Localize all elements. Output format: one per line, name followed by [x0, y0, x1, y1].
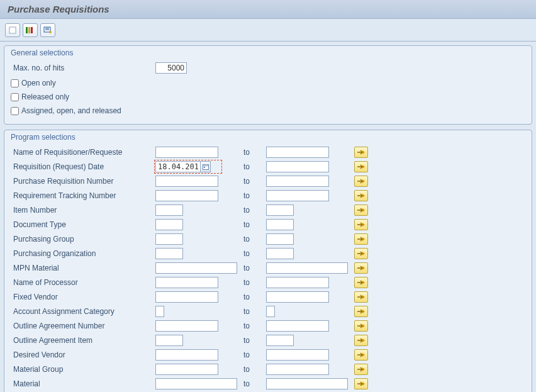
- track_no-from-input[interactable]: [155, 190, 218, 201]
- purch_org-to-input[interactable]: [266, 248, 294, 259]
- released-only-checkbox[interactable]: [11, 93, 19, 101]
- track_no-label: Requirement Tracking Number: [11, 191, 155, 200]
- purch_org-from-cell: [155, 248, 243, 259]
- material-from-input[interactable]: [155, 378, 237, 389]
- to-label: to: [243, 148, 266, 157]
- calendar-icon[interactable]: [201, 161, 211, 172]
- outline_agr_it-from-cell: [155, 335, 243, 346]
- doc_type-from-cell: [155, 219, 243, 230]
- assigned-label: Assigned, open, and released: [21, 106, 121, 115]
- svg-rect-3: [31, 27, 33, 33]
- requisitioner-from-input[interactable]: [155, 147, 218, 158]
- multiple-selection-button[interactable]: [354, 190, 368, 201]
- purch_group-from-cell: [155, 233, 243, 245]
- desired_vendor-to-cell: [266, 349, 354, 361]
- doc_type-to-input[interactable]: [266, 219, 294, 230]
- fixed_vendor-from-input[interactable]: [155, 291, 218, 303]
- released-only-row: Released only: [11, 90, 525, 104]
- mpn_material-multi-cell: [354, 262, 386, 274]
- item_no-from-input[interactable]: [155, 204, 183, 216]
- selection-row-acct_assign: Account Assignment Categoryto: [11, 305, 525, 318]
- multiple-selection-button[interactable]: [354, 349, 368, 361]
- outline_agr_no-from-input[interactable]: [155, 320, 218, 332]
- svg-point-7: [49, 31, 52, 33]
- multiple-selection-button[interactable]: [354, 335, 368, 346]
- purch_org-from-input[interactable]: [155, 248, 183, 259]
- multiple-selection-button[interactable]: [354, 262, 368, 274]
- item_no-multi-cell: [354, 204, 386, 216]
- multiple-selection-button[interactable]: [354, 248, 368, 259]
- multiple-selection-button[interactable]: [354, 378, 368, 389]
- fixed_vendor-to-input[interactable]: [266, 291, 329, 303]
- processor-to-input[interactable]: [266, 277, 329, 288]
- multiple-selection-button[interactable]: [354, 364, 368, 375]
- purch_group-from-input[interactable]: [155, 233, 183, 245]
- pr_number-to-cell: [266, 176, 354, 187]
- outline_agr_it-to-input[interactable]: [266, 335, 294, 346]
- to-label: to: [243, 278, 266, 287]
- selection-row-fixed_vendor: Fixed Vendorto: [11, 290, 525, 304]
- multiple-selection-button[interactable]: [354, 291, 368, 303]
- multiple-selection-button[interactable]: [354, 320, 368, 332]
- material-label: Material: [11, 379, 155, 388]
- multiple-selection-button[interactable]: [354, 306, 368, 317]
- open-only-label: Open only: [21, 79, 56, 87]
- page-title: Purchase Requisitions: [8, 4, 109, 14]
- outline_agr_it-from-input[interactable]: [155, 335, 183, 346]
- desired_vendor-label: Desired Vendor: [11, 350, 155, 359]
- multiple-selection-button[interactable]: [354, 204, 368, 216]
- req_date-from-input[interactable]: [155, 161, 201, 172]
- item_no-to-input[interactable]: [266, 204, 294, 216]
- to-label: to: [243, 206, 266, 215]
- desired_vendor-from-input[interactable]: [155, 349, 218, 361]
- multiple-selection-button[interactable]: [354, 176, 368, 187]
- multiple-selection-button[interactable]: [354, 161, 368, 172]
- pr_number-to-input[interactable]: [266, 176, 329, 187]
- assigned-checkbox[interactable]: [11, 107, 19, 115]
- get-variant-button[interactable]: [23, 23, 38, 37]
- track_no-multi-cell: [354, 190, 386, 201]
- outline_agr_it-to-cell: [266, 335, 354, 346]
- pr_number-from-input[interactable]: [155, 176, 218, 187]
- material-from-cell: [155, 378, 243, 389]
- multiple-selection-button[interactable]: [354, 277, 368, 288]
- processor-from-input[interactable]: [155, 277, 218, 288]
- doc_type-to-cell: [266, 219, 354, 230]
- desired_vendor-to-input[interactable]: [266, 349, 329, 361]
- material_group-from-input[interactable]: [155, 364, 218, 375]
- purch_org-label: Purchasing Organization: [11, 249, 155, 258]
- program-selections-group: Program selections Name of Requisitioner…: [4, 130, 532, 392]
- multiple-selection-button[interactable]: [354, 219, 368, 230]
- svg-rect-0: [9, 27, 16, 33]
- max-hits-input[interactable]: [155, 62, 187, 74]
- material_group-to-input[interactable]: [266, 364, 329, 375]
- open-only-checkbox[interactable]: [11, 79, 19, 87]
- mpn_material-to-input[interactable]: [266, 262, 348, 274]
- pr_number-from-cell: [155, 176, 243, 187]
- multiple-selection-button[interactable]: [354, 147, 368, 158]
- requisitioner-to-cell: [266, 147, 354, 158]
- mpn_material-from-cell: [155, 262, 243, 274]
- requisitioner-to-input[interactable]: [266, 147, 329, 158]
- mpn_material-label: MPN Material: [11, 264, 155, 272]
- mpn_material-from-input[interactable]: [155, 262, 237, 274]
- fixed_vendor-multi-cell: [354, 291, 386, 303]
- outline_agr_no-to-input[interactable]: [266, 320, 329, 332]
- track_no-to-input[interactable]: [266, 190, 329, 201]
- dynamic-selections-button[interactable]: [40, 23, 55, 37]
- selection-row-purch_org: Purchasing Organizationto: [11, 247, 525, 260]
- assigned-row: Assigned, open, and released: [11, 104, 525, 118]
- multiple-selection-button[interactable]: [354, 233, 368, 245]
- item_no-to-cell: [266, 204, 354, 216]
- acct_assign-from-input[interactable]: [155, 306, 164, 317]
- max-hits-row: Max. no. of hits: [11, 61, 525, 75]
- acct_assign-to-input[interactable]: [266, 306, 275, 317]
- svg-rect-2: [28, 27, 30, 33]
- doc_type-from-input[interactable]: [155, 219, 183, 230]
- req_date-to-input[interactable]: [266, 161, 329, 172]
- purch_group-multi-cell: [354, 233, 386, 245]
- purch_group-to-input[interactable]: [266, 233, 294, 245]
- material-to-input[interactable]: [266, 378, 348, 389]
- execute-button[interactable]: [5, 23, 20, 37]
- to-label: to: [243, 322, 266, 330]
